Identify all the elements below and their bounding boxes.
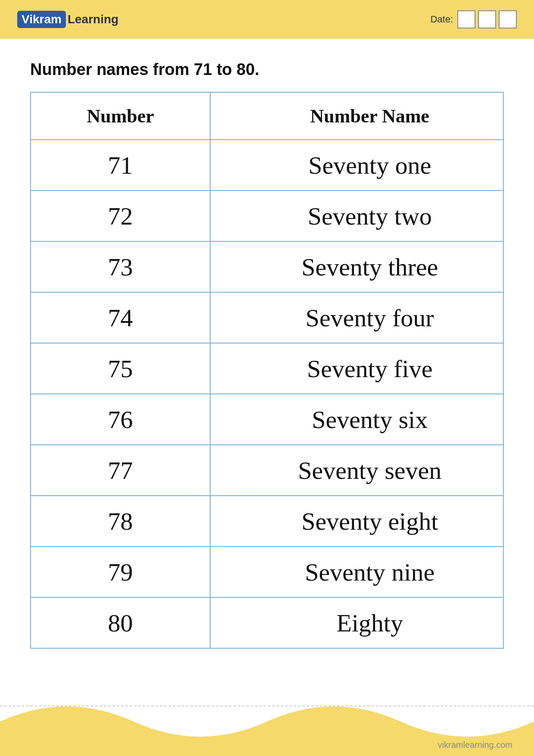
footer-url: vikramlearning.com xyxy=(438,740,512,750)
logo-learning: Learning xyxy=(68,12,118,26)
table-header-row: Number Number Name xyxy=(31,92,503,140)
col-number-header: Number xyxy=(31,92,210,140)
table-row: 76Seventy six xyxy=(31,394,503,445)
table-cell-name: Seventy six xyxy=(210,394,503,445)
table-cell-name: Seventy four xyxy=(210,292,503,343)
date-boxes xyxy=(457,10,517,28)
number-table: Number Number Name 71Seventy one72Sevent… xyxy=(30,92,504,649)
logo-vikram: Vikram xyxy=(17,11,66,28)
table-cell-name: Eighty xyxy=(210,597,503,648)
table-row: 72Seventy two xyxy=(31,191,503,241)
table-row: 78Seventy eight xyxy=(31,496,503,547)
table-cell-name: Seventy eight xyxy=(210,496,503,547)
footer: vikramlearning.com xyxy=(0,687,534,756)
table-cell-number: 80 xyxy=(31,597,210,648)
table-row: 73Seventy three xyxy=(31,241,503,292)
date-label: Date: xyxy=(430,14,453,25)
table-cell-number: 76 xyxy=(31,394,210,445)
table-row: 71Seventy one xyxy=(31,140,503,191)
table-cell-number: 73 xyxy=(31,241,210,292)
table-cell-number: 72 xyxy=(31,191,210,241)
table-cell-name: Seventy seven xyxy=(210,445,503,496)
date-box-1[interactable] xyxy=(457,10,475,28)
table-cell-name: Seventy five xyxy=(210,343,503,394)
table-cell-number: 75 xyxy=(31,343,210,394)
table-cell-number: 71 xyxy=(31,140,210,191)
table-cell-number: 74 xyxy=(31,292,210,343)
logo-container: Vikram Learning xyxy=(17,11,118,28)
date-area: Date: xyxy=(430,10,517,28)
table-cell-name: Seventy one xyxy=(210,140,503,191)
table-row: 79Seventy nine xyxy=(31,547,503,597)
table-row: 74Seventy four xyxy=(31,292,503,343)
dotted-line xyxy=(0,706,534,706)
table-cell-number: 77 xyxy=(31,445,210,496)
table-cell-name: Seventy nine xyxy=(210,547,503,597)
table-row: 80Eighty xyxy=(31,597,503,648)
header: Vikram Learning Date: xyxy=(0,0,534,39)
date-box-2[interactable] xyxy=(478,10,496,28)
table-cell-name: Seventy two xyxy=(210,191,503,241)
date-box-3[interactable] xyxy=(499,10,517,28)
table-cell-number: 79 xyxy=(31,547,210,597)
page-title: Number names from 71 to 80. xyxy=(30,60,504,79)
table-cell-name: Seventy three xyxy=(210,241,503,292)
table-cell-number: 78 xyxy=(31,496,210,547)
col-name-header: Number Name xyxy=(210,92,503,140)
table-row: 77Seventy seven xyxy=(31,445,503,496)
main-content: Number names from 71 to 80. Number Numbe… xyxy=(0,39,534,662)
table-row: 75Seventy five xyxy=(31,343,503,394)
